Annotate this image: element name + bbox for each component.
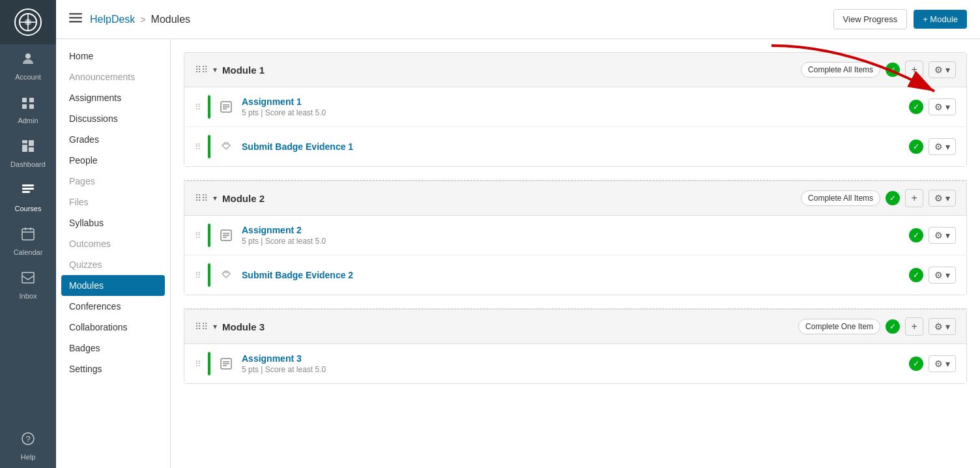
svg-rect-8: [29, 104, 34, 109]
module-actions-module2: Complete All Items ✓ + ⚙ ▾: [801, 189, 956, 207]
item-bar: [208, 135, 210, 158]
course-nav-item-assignments[interactable]: Assignments: [56, 87, 170, 108]
module-block-module1: ⠿⠿ ▾ Module 1 Complete All Items ✓ + ⚙ ▾…: [184, 52, 967, 167]
module-drag-handle[interactable]: ⠿⠿: [195, 193, 208, 203]
breadcrumb-separator: >: [140, 14, 145, 25]
item-actions-badge2: ✓ ⚙ ▾: [909, 267, 956, 284]
sidebar-item-courses[interactable]: Courses: [0, 176, 56, 220]
add-item-button-module3[interactable]: +: [905, 317, 923, 336]
gear-button-module2[interactable]: ⚙ ▾: [929, 190, 956, 207]
module-block-module2: ⠿⠿ ▾ Module 2 Complete All Items ✓ + ⚙ ▾…: [184, 181, 967, 295]
main-area: HelpDesk > Modules View Progress + Modul…: [56, 0, 980, 468]
module-drag-handle[interactable]: ⠿⠿: [195, 65, 208, 75]
item-gear-assignment1[interactable]: ⚙ ▾: [929, 98, 956, 115]
module-collapse-arrow[interactable]: ▾: [213, 194, 217, 203]
complete-check-module2: ✓: [886, 191, 900, 205]
complete-all-button-module1[interactable]: Complete All Items: [801, 62, 880, 78]
sidebar-account-label: Account: [15, 73, 41, 81]
course-nav-item-outcomes[interactable]: Outcomes: [56, 233, 170, 254]
sidebar-courses-label: Courses: [15, 205, 42, 213]
item-drag-handle[interactable]: ⠿: [195, 359, 201, 369]
course-nav-item-syllabus[interactable]: Syllabus: [56, 212, 170, 233]
add-item-button-module2[interactable]: +: [905, 189, 923, 207]
module-item-assignment3: ⠿ Assignment 3 5 pts | Score at least 5.…: [184, 344, 966, 383]
module-collapse-arrow[interactable]: ▾: [213, 65, 217, 74]
module-title-module1: Module 1: [222, 65, 796, 76]
sidebar-item-account[interactable]: Account: [0, 44, 56, 88]
item-gear-assignment3[interactable]: ⚙ ▾: [929, 355, 956, 372]
item-type-icon-assignment3: [217, 355, 235, 373]
module-header-module1: ⠿⠿ ▾ Module 1 Complete All Items ✓ + ⚙ ▾: [184, 53, 966, 87]
item-bar: [208, 95, 210, 119]
item-gear-assignment2[interactable]: ⚙ ▾: [929, 227, 956, 244]
complete-check-module1: ✓: [886, 63, 900, 77]
module-item-badge2: ⠿ Submit Badge Evidence 2 ✓ ⚙ ▾: [184, 256, 966, 295]
item-meta-assignment1: 5 pts | Score at least 5.0: [242, 108, 902, 117]
sidebar-item-inbox[interactable]: Inbox: [0, 263, 56, 307]
add-module-button[interactable]: + Module: [914, 10, 967, 29]
svg-rect-24: [69, 21, 82, 23]
item-type-icon-assignment1: [217, 98, 235, 116]
module-block-module3: ⠿⠿ ▾ Module 3 Complete One Item ✓ + ⚙ ▾ …: [184, 309, 967, 384]
sidebar-admin-label: Admin: [18, 117, 38, 125]
module-header-module2: ⠿⠿ ▾ Module 2 Complete All Items ✓ + ⚙ ▾: [184, 181, 966, 216]
module-actions-module1: Complete All Items ✓ + ⚙ ▾: [801, 61, 956, 79]
course-nav-item-people[interactable]: People: [56, 150, 170, 171]
item-actions-assignment2: ✓ ⚙ ▾: [909, 227, 956, 244]
item-drag-handle[interactable]: ⠿: [195, 142, 201, 152]
svg-rect-23: [69, 17, 82, 19]
item-title-assignment1[interactable]: Assignment 1: [242, 96, 902, 107]
sidebar: Account Admin Dashboard: [0, 0, 56, 468]
course-nav-item-modules[interactable]: Modules: [61, 275, 165, 296]
svg-rect-16: [22, 229, 34, 240]
item-drag-handle[interactable]: ⠿: [195, 271, 201, 280]
module-title-module3: Module 3: [222, 321, 793, 332]
module-collapse-arrow[interactable]: ▾: [213, 322, 217, 331]
item-drag-handle[interactable]: ⠿: [195, 102, 201, 112]
course-nav-item-badges[interactable]: Badges: [56, 338, 170, 358]
module-drag-handle[interactable]: ⠿⠿: [195, 321, 208, 332]
course-nav-item-announcements[interactable]: Announcements: [56, 66, 170, 87]
course-nav-item-quizzes[interactable]: Quizzes: [56, 254, 170, 275]
hamburger-icon[interactable]: [69, 11, 82, 27]
sidebar-item-admin[interactable]: Admin: [0, 88, 56, 132]
course-nav-item-settings[interactable]: Settings: [56, 358, 170, 379]
item-check-badge2: ✓: [909, 268, 923, 282]
item-actions-assignment1: ✓ ⚙ ▾: [909, 98, 956, 115]
course-nav-item-files[interactable]: Files: [56, 192, 170, 212]
course-nav-item-home[interactable]: Home: [56, 46, 170, 66]
breadcrumb-link[interactable]: HelpDesk: [90, 14, 135, 25]
sidebar-item-help[interactable]: ? Help: [0, 424, 56, 468]
item-title-assignment2[interactable]: Assignment 2: [242, 225, 902, 235]
svg-rect-13: [22, 184, 34, 186]
item-meta-assignment3: 5 pts | Score at least 5.0: [242, 365, 902, 374]
admin-icon: [20, 95, 36, 114]
complete-all-button-module2[interactable]: Complete All Items: [801, 190, 880, 206]
course-nav-item-collaborations[interactable]: Collaborations: [56, 317, 170, 338]
course-nav-item-conferences[interactable]: Conferences: [56, 296, 170, 317]
item-title-badge2[interactable]: Submit Badge Evidence 2: [242, 270, 902, 280]
gear-button-module1[interactable]: ⚙ ▾: [929, 61, 956, 78]
header-actions: View Progress + Module: [833, 9, 967, 29]
item-drag-handle[interactable]: ⠿: [195, 231, 201, 241]
item-title-assignment3[interactable]: Assignment 3: [242, 353, 902, 364]
item-gear-badge2[interactable]: ⚙ ▾: [929, 267, 956, 284]
content-layout: HomeAnnouncementsAssignmentsDiscussionsG…: [56, 39, 980, 468]
course-nav-item-pages[interactable]: Pages: [56, 171, 170, 192]
gear-button-module3[interactable]: ⚙ ▾: [929, 318, 956, 335]
svg-rect-12: [29, 147, 34, 152]
course-nav-item-discussions[interactable]: Discussions: [56, 108, 170, 129]
sidebar-item-dashboard[interactable]: Dashboard: [0, 132, 56, 175]
complete-all-button-module3[interactable]: Complete One Item: [798, 319, 880, 334]
sidebar-logo[interactable]: [0, 0, 56, 44]
dashboard-icon: [20, 138, 36, 158]
course-nav-item-grades[interactable]: Grades: [56, 129, 170, 150]
sidebar-item-calendar[interactable]: Calendar: [0, 220, 56, 263]
sidebar-help-label: Help: [21, 453, 36, 461]
item-gear-badge1[interactable]: ⚙ ▾: [929, 138, 956, 155]
breadcrumb-current: Modules: [151, 14, 190, 25]
view-progress-button[interactable]: View Progress: [833, 9, 908, 29]
calendar-icon: [20, 226, 36, 246]
item-title-badge1[interactable]: Submit Badge Evidence 1: [242, 141, 902, 152]
add-item-button-module1[interactable]: +: [905, 61, 923, 79]
